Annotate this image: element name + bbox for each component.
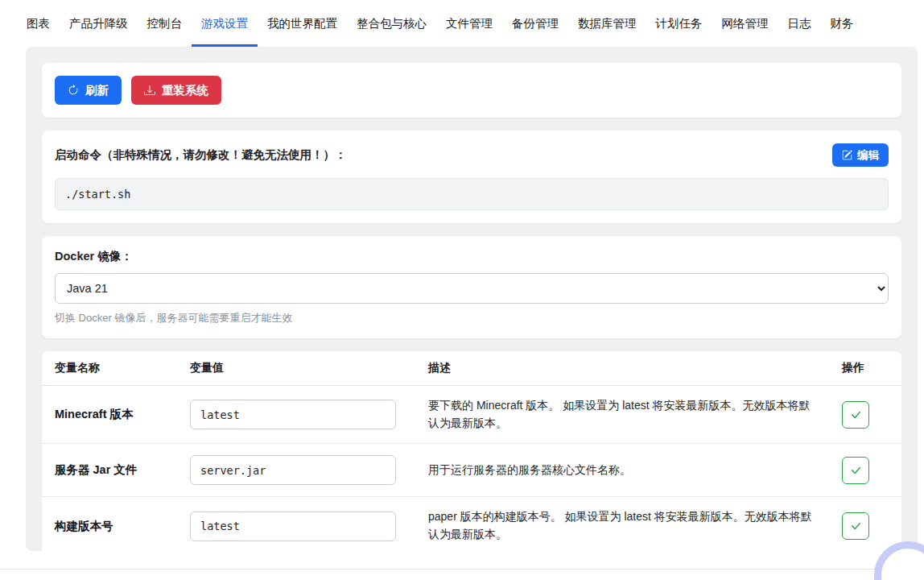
apply-variable-button[interactable] xyxy=(842,512,869,540)
edit-icon xyxy=(842,150,852,160)
variable-description: 用于运行服务器的服务器核心文件名称。 xyxy=(415,444,829,497)
docker-image-help: 切换 Docker 镜像后，服务器可能需要重启才能生效 xyxy=(55,311,889,325)
variable-name: 构建版本号 xyxy=(42,497,177,551)
col-header-description: 描述 xyxy=(415,351,829,386)
minecraft-version-input[interactable] xyxy=(190,400,396,429)
start-command-card: 启动命令（非特殊情况，请勿修改！避免无法使用！）： 编辑 ./start.sh xyxy=(42,130,901,223)
tab-modpack-core[interactable]: 整合包与核心 xyxy=(347,0,436,47)
check-icon xyxy=(849,520,862,532)
tab-logs[interactable]: 日志 xyxy=(778,0,821,47)
table-row-server-jar: 服务器 Jar 文件 用于运行服务器的服务器核心文件名称。 xyxy=(42,444,901,497)
tab-file-management[interactable]: 文件管理 xyxy=(436,0,502,47)
docker-image-select[interactable]: Java 21 xyxy=(55,273,889,304)
docker-image-card: Docker 镜像： Java 21 切换 Docker 镜像后，服务器可能需要… xyxy=(42,236,901,338)
variables-card: 变量名称 变量值 描述 操作 Minecraft 版本 要下载的 Minecra… xyxy=(42,351,901,551)
game-settings-panel: 刷新 重装系统 启动命令（非特殊情况，请勿修改！避免无法使用！）： xyxy=(26,47,918,551)
section-divider xyxy=(0,569,924,570)
refresh-button-label: 刷新 xyxy=(85,83,109,98)
edit-button-label: 编辑 xyxy=(857,148,879,163)
build-version-input[interactable] xyxy=(190,512,396,541)
start-command-label: 启动命令（非特殊情况，请勿修改！避免无法使用！）： xyxy=(55,147,347,163)
variable-name: 服务器 Jar 文件 xyxy=(42,444,177,497)
table-row-build-version: 构建版本号 paper 版本的构建版本号。 如果设置为 latest 将安装最新… xyxy=(42,497,901,551)
tab-backup-management[interactable]: 备份管理 xyxy=(502,0,568,47)
tab-charts[interactable]: 图表 xyxy=(17,0,60,47)
reinstall-button-label: 重装系统 xyxy=(162,83,208,98)
apply-variable-button[interactable] xyxy=(842,401,869,429)
server-jar-input[interactable] xyxy=(190,455,396,485)
col-header-variable-value: 变量值 xyxy=(177,351,415,386)
tab-database-management[interactable]: 数据库管理 xyxy=(568,0,646,47)
tab-minecraft-config[interactable]: 我的世界配置 xyxy=(258,0,347,47)
apply-variable-button[interactable] xyxy=(842,457,869,484)
tab-finance[interactable]: 财务 xyxy=(821,0,864,47)
table-row-minecraft-version: Minecraft 版本 要下载的 Minecraft 版本。 如果设置为 la… xyxy=(42,386,901,444)
check-icon xyxy=(849,464,862,477)
start-command-value: ./start.sh xyxy=(55,178,889,210)
table-header-row: 变量名称 变量值 描述 操作 xyxy=(42,351,901,386)
tab-game-settings[interactable]: 游戏设置 xyxy=(192,0,258,47)
docker-image-label: Docker 镜像： xyxy=(55,249,889,264)
edit-command-button[interactable]: 编辑 xyxy=(832,143,889,167)
tab-network-management[interactable]: 网络管理 xyxy=(712,0,778,47)
refresh-button[interactable]: 刷新 xyxy=(55,76,122,105)
variable-description: 要下载的 Minecraft 版本。 如果设置为 latest 将安装最新版本。… xyxy=(415,386,829,444)
actions-card: 刷新 重装系统 xyxy=(42,63,901,118)
tab-scheduled-tasks[interactable]: 计划任务 xyxy=(646,0,712,47)
download-icon xyxy=(144,85,155,96)
check-icon xyxy=(849,408,862,421)
tab-console[interactable]: 控制台 xyxy=(138,0,192,47)
tab-product-upgrade[interactable]: 产品升降级 xyxy=(60,0,138,47)
reinstall-button[interactable]: 重装系统 xyxy=(131,76,221,105)
col-header-actions: 操作 xyxy=(829,351,901,386)
variables-table: 变量名称 变量值 描述 操作 Minecraft 版本 要下载的 Minecra… xyxy=(42,351,901,551)
app-window: 图表 产品升降级 控制台 游戏设置 我的世界配置 整合包与核心 文件管理 备份管… xyxy=(0,0,924,580)
variable-description: paper 版本的构建版本号。 如果设置为 latest 将安装最新版本。无效版… xyxy=(415,497,829,551)
variable-name: Minecraft 版本 xyxy=(42,386,177,444)
col-header-variable-name: 变量名称 xyxy=(42,351,177,386)
refresh-icon xyxy=(68,85,79,96)
top-navigation: 图表 产品升降级 控制台 游戏设置 我的世界配置 整合包与核心 文件管理 备份管… xyxy=(0,0,924,47)
